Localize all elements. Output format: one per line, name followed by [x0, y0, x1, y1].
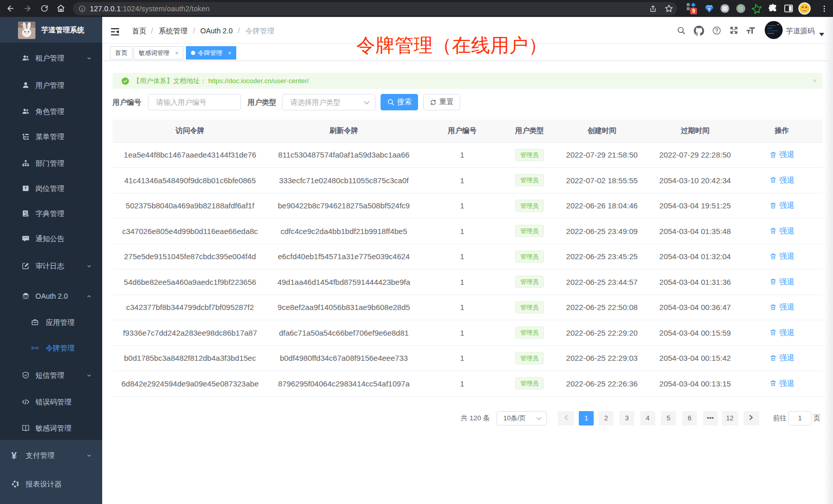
svg-text:9: 9	[692, 8, 695, 14]
